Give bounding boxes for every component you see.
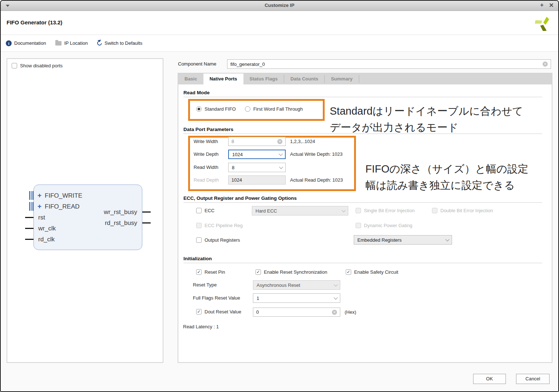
documentation-button[interactable]: i Documentation [6, 40, 46, 46]
enable-reset-sync-checkbox[interactable]: ✓ [255, 269, 261, 275]
documentation-label: Documentation [14, 40, 46, 46]
ip-location-button[interactable]: IP Location [55, 40, 88, 46]
clear-icon[interactable]: ✕ [332, 310, 337, 315]
dout-reset-checkbox[interactable]: ✓ [196, 309, 202, 314]
customize-ip-dialog: Customize IP + ✕ FIFO Generator (13.2) i… [0, 0, 559, 392]
standard-fifo-radio[interactable] [196, 106, 202, 112]
native-ports-content: Read Mode Standard FIFO First Word Fall … [178, 84, 552, 362]
enable-safety-circuit-checkbox[interactable]: ✓ [346, 269, 351, 275]
component-name-label: Component Name [178, 61, 217, 67]
port-fifo-read[interactable]: +FIFO_READ [37, 202, 80, 210]
section-divider [183, 202, 542, 203]
pin-stub [142, 211, 151, 213]
reset-pin-label: Reset Pin [205, 269, 225, 275]
cancel-button[interactable]: Cancel [516, 374, 550, 384]
embedded-registers-select[interactable]: Embedded Registers [354, 235, 452, 245]
window-title: Customize IP [1, 3, 558, 8]
tab-basic[interactable]: Basic [178, 74, 203, 84]
fwft-radio[interactable] [245, 106, 250, 112]
write-depth-select[interactable]: 1024 [228, 150, 286, 159]
annotation-depth-width: FIFOの深さ（サイズ）と幅の設定 幅は読み書き独立に設定できる [365, 161, 528, 194]
output-registers-checkbox[interactable] [196, 237, 202, 243]
ecc-heading: ECC, Output Register and Power Gating Op… [183, 195, 297, 201]
ecc-pipeline-checkbox [196, 223, 202, 228]
write-width-label: Write Width [194, 139, 218, 144]
standard-fifo-label: Standard FIFO [205, 106, 236, 112]
ecc-pipeline-label: ECC Pipeline Reg [205, 223, 243, 228]
dialog-header: FIFO Generator (13.2) [1, 11, 558, 35]
switch-defaults-label: Switch to Defaults [104, 40, 142, 46]
clear-icon[interactable]: ✕ [543, 62, 548, 67]
folder-icon [55, 41, 62, 45]
write-width-field[interactable]: 8 ✕ [228, 137, 286, 146]
clear-icon[interactable]: ✕ [277, 139, 282, 144]
dout-hex-suffix: (Hex) [345, 309, 356, 315]
section-divider [183, 97, 542, 97]
section-divider [183, 134, 542, 134]
initialization-heading: Initialization [183, 256, 212, 261]
xilinx-logo-icon [535, 16, 550, 32]
write-depth-label: Write Depth [194, 151, 218, 157]
info-icon: i [6, 40, 12, 46]
data-port-heading: Data Port Parameters [183, 127, 233, 132]
read-width-select[interactable]: 8 [228, 163, 286, 172]
title-bar: Customize IP + ✕ [1, 1, 558, 11]
switch-to-defaults-button[interactable]: Switch to Defaults [97, 40, 142, 46]
expand-plus-icon[interactable]: + [37, 191, 41, 199]
show-disabled-ports-checkbox[interactable] [12, 63, 17, 68]
fwft-label: First Word Fall Through [253, 106, 303, 112]
annotation-read-mode: Standardはリードイネーブルに合わせて データが出力されるモード [330, 103, 523, 136]
read-width-label: Read Width [194, 165, 218, 170]
tab-data-counts[interactable]: Data Counts [284, 74, 325, 84]
pin-stub [25, 228, 33, 229]
ip-location-label: IP Location [64, 40, 88, 46]
reset-type-label: Reset Type [193, 282, 217, 288]
refresh-icon [96, 40, 103, 46]
fifo-block-diagram[interactable]: +FIFO_WRITE +FIFO_READ rst wr_clk rd_clk… [33, 185, 142, 250]
dialog-body: Show disabled ports +FIFO_WRITE +FIFO_RE… [1, 52, 558, 391]
write-width-hint: 1,2,3,..1024 [290, 139, 315, 144]
ip-title: FIFO Generator (13.2) [7, 19, 62, 25]
reset-pin-checkbox[interactable]: ✓ [196, 269, 202, 275]
port-wr-clk: wr_clk [38, 225, 56, 232]
enable-reset-sync-label: Enable Reset Synchronization [264, 269, 327, 275]
tab-status-flags[interactable]: Status Flags [243, 74, 284, 84]
dynamic-power-gating-checkbox [356, 223, 361, 228]
expand-plus-icon[interactable]: + [37, 202, 41, 210]
show-disabled-ports-label: Show disabled ports [20, 63, 63, 68]
section-divider [183, 263, 542, 263]
full-flags-reset-select[interactable]: 1 [253, 293, 340, 303]
pin-stub [25, 217, 33, 218]
port-fifo-write[interactable]: +FIFO_WRITE [37, 191, 82, 199]
enable-safety-circuit-label: Enable Safety Circuit [354, 269, 398, 275]
ip-symbol-panel: Show disabled ports +FIFO_WRITE +FIFO_RE… [7, 58, 163, 363]
close-button[interactable]: ✕ [547, 2, 555, 9]
read-depth-label: Read Depth [194, 177, 219, 183]
maximize-button[interactable]: + [538, 2, 546, 8]
read-mode-heading: Read Mode [183, 90, 210, 95]
read-depth-field: 1024 [228, 175, 286, 185]
tab-summary[interactable]: Summary [325, 74, 358, 84]
double-bit-error-label: Double Bit Error Injection [440, 208, 493, 213]
port-rd-rst-busy: rd_rst_busy [105, 219, 137, 227]
config-panel: Basic Native Ports Status Flags Data Cou… [178, 73, 552, 363]
bus-indicator-icon [29, 191, 33, 200]
port-rst: rst [38, 214, 45, 221]
toolbar: i Documentation IP Location Switch to De… [1, 35, 558, 52]
dout-reset-label: Dout Reset Value [205, 309, 241, 314]
component-name-input[interactable] [230, 62, 543, 67]
dout-reset-field[interactable]: 0 ✕ [253, 308, 340, 317]
actual-read-depth: Actual Read Depth: 1023 [290, 177, 343, 183]
actual-write-depth: Actual Write Depth: 1023 [290, 151, 342, 157]
single-bit-error-label: Single Bit Error Injection [364, 208, 415, 213]
tab-native-ports[interactable]: Native Ports [203, 74, 243, 84]
ecc-label: ECC [205, 208, 214, 213]
ecc-checkbox[interactable] [196, 208, 202, 213]
dynamic-power-gating-label: Dynamic Power Gating [364, 223, 412, 228]
single-bit-error-checkbox [356, 208, 361, 213]
read-latency-text: Read Latency : 1 [183, 324, 219, 329]
tab-strip: Basic Native Ports Status Flags Data Cou… [178, 74, 552, 84]
ok-button[interactable]: OK [473, 374, 506, 384]
output-registers-label: Output Registers [205, 237, 240, 243]
port-rd-clk: rd_clk [38, 236, 55, 243]
